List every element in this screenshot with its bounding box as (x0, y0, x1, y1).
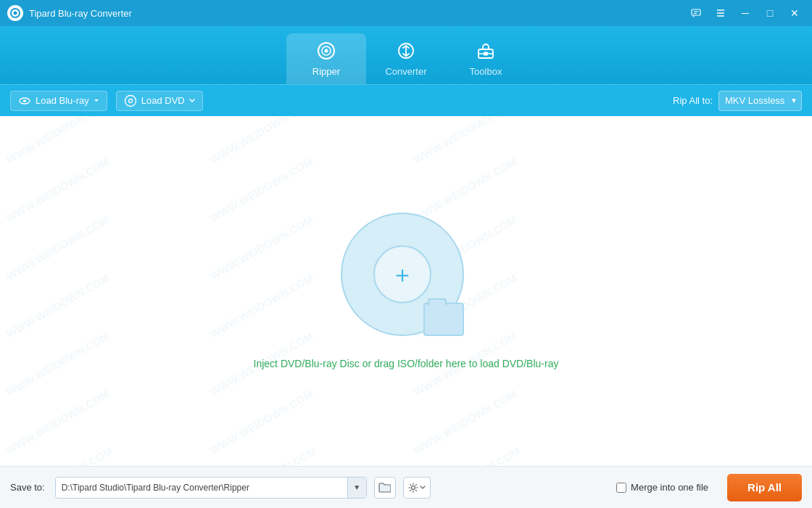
tab-toolbox[interactable]: Toolbox (446, 33, 526, 84)
load-bluray-label: Load Blu-ray (36, 95, 89, 106)
app-logo (7, 5, 23, 21)
drop-hint-text: Inject DVD/Blu-ray Disc or drag ISO/fold… (254, 358, 559, 369)
disc-plus-icon: ＋ (391, 263, 414, 286)
rip-all-to-label: Rip All to: (673, 95, 713, 106)
merge-wrap: Merge into one file (616, 482, 708, 493)
tab-converter[interactable]: Converter (366, 33, 446, 84)
merge-checkbox[interactable] (616, 483, 626, 493)
tab-ripper-label: Ripper (312, 66, 340, 77)
converter-icon (397, 41, 415, 63)
svg-point-17 (23, 99, 27, 102)
format-dropdown-wrap[interactable]: MKV Lossless MP4 AVI MOV MKV ▼ (718, 91, 802, 111)
title-bar-left: Tipard Blu-ray Converter (7, 5, 132, 21)
svg-point-1 (14, 12, 17, 15)
toolbar: Load Blu-ray Load DVD Rip All to: MKV Lo… (0, 84, 812, 116)
drop-zone[interactable]: ＋ Inject DVD/Blu-ray Disc or drag ISO/fo… (254, 213, 559, 369)
svg-rect-2 (692, 9, 700, 15)
merge-label: Merge into one file (631, 482, 708, 493)
load-dvd-label: Load DVD (141, 95, 185, 106)
tab-bar: Ripper Converter Toolbox (0, 26, 812, 84)
save-path-input[interactable] (56, 483, 347, 493)
load-bluray-button[interactable]: Load Blu-ray (10, 91, 107, 111)
tab-converter-label: Converter (385, 66, 426, 77)
path-input-wrap[interactable]: ▼ (55, 477, 367, 499)
disc-icon-wrapper: ＋ (341, 213, 471, 343)
svg-point-20 (411, 486, 415, 489)
svg-point-18 (125, 95, 136, 106)
format-select[interactable]: MKV Lossless MP4 AVI MOV MKV (718, 91, 802, 111)
minimize-button[interactable]: ─ (735, 5, 755, 21)
disc-inner: ＋ (373, 245, 431, 303)
maximize-button[interactable]: □ (760, 5, 780, 21)
menu-button[interactable] (710, 5, 731, 21)
save-to-label: Save to: (10, 482, 45, 493)
tab-toolbox-label: Toolbox (470, 66, 502, 77)
rip-all-button[interactable]: Rip All (727, 474, 802, 501)
message-button[interactable] (686, 5, 706, 21)
toolbox-icon (476, 41, 495, 63)
tab-ripper[interactable]: Ripper (286, 33, 366, 84)
main-content: WWW.WEIDOWN.COM WWW.WEIDOWN.COM WWW.WEID… (0, 116, 812, 466)
browse-folder-button[interactable] (374, 477, 396, 499)
svg-rect-15 (484, 52, 488, 55)
svg-point-10 (325, 49, 328, 52)
title-bar: Tipard Blu-ray Converter ─ □ ✕ (0, 0, 812, 26)
bottom-bar: Save to: ▼ Merge into one file Rip All (0, 466, 812, 508)
toolbar-right: Rip All to: MKV Lossless MP4 AVI MOV MKV… (673, 91, 802, 111)
ripper-icon (317, 41, 336, 63)
svg-point-19 (128, 99, 132, 102)
close-button[interactable]: ✕ (784, 5, 805, 21)
app-title: Tipard Blu-ray Converter (29, 8, 132, 19)
title-bar-controls: ─ □ ✕ (686, 5, 805, 21)
load-dvd-button[interactable]: Load DVD (116, 91, 203, 111)
path-dropdown-button[interactable]: ▼ (347, 478, 366, 498)
settings-button[interactable] (403, 477, 431, 499)
folder-badge-icon (423, 303, 464, 336)
